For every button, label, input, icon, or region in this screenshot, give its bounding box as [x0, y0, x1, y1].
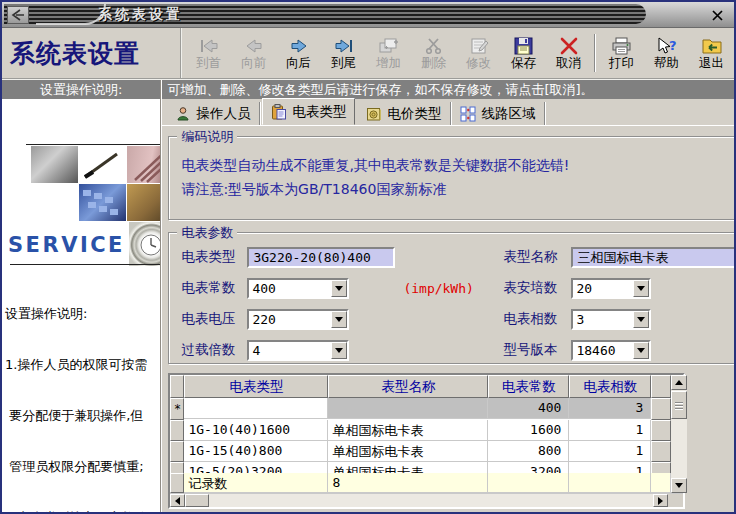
- meter-params-form: 电表类型 3G220-20(80)400 表型名称 三相国标电卡表 电表常数 4…: [169, 233, 736, 361]
- cell-constant[interactable]: 1600: [488, 420, 569, 441]
- modify-icon: [467, 37, 491, 55]
- coding-note-line2: 请注意:型号版本为GB/T18460国家新标准: [181, 177, 736, 201]
- photo-pen: [79, 146, 126, 183]
- cell-meter-type[interactable]: [184, 398, 328, 419]
- add-icon: [377, 37, 401, 55]
- exit-button[interactable]: 退出: [689, 30, 734, 76]
- last-button[interactable]: 到尾: [321, 30, 366, 76]
- row-filler: [651, 398, 671, 420]
- horizontal-scrollbar[interactable]: [170, 494, 667, 507]
- vertical-scroll-track[interactable]: [671, 419, 687, 478]
- scroll-right-button[interactable]: [653, 494, 668, 507]
- next-button[interactable]: 向后: [276, 30, 321, 76]
- phase-dropdown-button[interactable]: [633, 311, 649, 328]
- row-marker: [170, 462, 184, 473]
- add-button[interactable]: 增加: [366, 30, 411, 76]
- help-button[interactable]: ? 帮助: [644, 30, 689, 76]
- scroll-left-button[interactable]: [170, 494, 185, 507]
- chevron-down-icon: [637, 348, 645, 357]
- tab-operators[interactable]: 操作人员: [166, 102, 260, 125]
- cell-model-name[interactable]: 单相国标电卡表: [328, 441, 488, 462]
- photo-hand: [127, 184, 160, 221]
- first-button[interactable]: 到首: [186, 30, 231, 76]
- cell-model-name[interactable]: 单相国标电卡表: [328, 420, 488, 441]
- svg-text:?: ?: [669, 38, 677, 53]
- version-combo[interactable]: 18460: [571, 340, 651, 361]
- photo-sticks: [127, 146, 160, 183]
- cell-meter-type[interactable]: 1G-10(40)1600: [184, 420, 328, 441]
- overload-combo[interactable]: 4: [247, 340, 349, 361]
- row-filler: [651, 462, 671, 473]
- cell-model-name[interactable]: 单相国标电卡表: [328, 462, 488, 473]
- modify-button[interactable]: 修改: [456, 30, 501, 76]
- print-button[interactable]: 打印: [599, 30, 644, 76]
- cell-phase[interactable]: 1: [569, 420, 651, 441]
- table-row[interactable]: 1G-15(40)800 单相国标电卡表 800 1: [170, 441, 671, 462]
- horizontal-scroll-track[interactable]: [209, 494, 652, 507]
- meter-type-grid: 电表类型 表型名称 电表常数 电表相数 *: [168, 373, 685, 509]
- notice-bar: 可增加、删除、修改各类型后请进行保存，如不保存修改，请点击[取消]。: [162, 80, 736, 99]
- vertical-scrollbar[interactable]: [671, 375, 687, 493]
- close-button[interactable]: [708, 7, 726, 23]
- grid-current-row[interactable]: * 400 3: [170, 398, 671, 420]
- cell-phase[interactable]: 1: [569, 441, 651, 462]
- delete-button[interactable]: 删除: [411, 30, 456, 76]
- model-name-field[interactable]: 三相国标电卡表: [571, 247, 736, 268]
- tab-price-types[interactable]: 电价类型: [357, 102, 451, 125]
- voltage-dropdown-button[interactable]: [331, 311, 347, 328]
- footer-empty: [569, 473, 651, 493]
- chevron-down-icon: [637, 286, 645, 295]
- phase-combo[interactable]: 3: [571, 309, 651, 330]
- col-header-constant[interactable]: 电表常数: [488, 375, 569, 398]
- cell-meter-type[interactable]: 1G-15(40)800: [184, 441, 328, 462]
- version-dropdown-button[interactable]: [633, 342, 649, 359]
- voltage-combo[interactable]: 220: [247, 309, 349, 330]
- tab-meter-types[interactable]: 电表类型: [262, 98, 355, 125]
- scrollbar-corner: [668, 494, 684, 507]
- col-header-phase[interactable]: 电表相数: [569, 375, 651, 398]
- grid-footer-row: 记录数 8: [170, 473, 671, 493]
- prev-button[interactable]: 向前: [231, 30, 276, 76]
- table-row[interactable]: 1G-10(40)1600 单相国标电卡表 1600 1: [170, 420, 671, 441]
- cell-constant[interactable]: 3200: [488, 462, 569, 473]
- save-button[interactable]: 保存: [501, 30, 546, 76]
- window-title: 系统表设置: [98, 6, 183, 24]
- table-row[interactable]: 1G-5(20)3200 单相国标电卡表 3200 1: [170, 462, 671, 473]
- cell-constant[interactable]: 400: [488, 398, 569, 419]
- save-label: 保存: [511, 56, 536, 70]
- col-header-meter-type[interactable]: 电表类型: [184, 375, 328, 398]
- cell-phase[interactable]: 1: [569, 462, 651, 473]
- horizontal-scroll-thumb[interactable]: [185, 494, 209, 507]
- next-label: 向后: [286, 56, 311, 70]
- sidebar-panel: SERVICE 设置操作说明: 1.操作人员的权限可按需 要分配便于兼职操作,但…: [2, 99, 160, 512]
- cell-meter-type[interactable]: 1G-5(20)3200: [184, 462, 328, 473]
- scroll-up-button[interactable]: [671, 375, 687, 390]
- cancel-button[interactable]: 取消: [546, 30, 591, 76]
- print-icon: [610, 37, 634, 55]
- close-icon: [712, 10, 723, 21]
- meter-type-field[interactable]: 3G220-20(80)400: [247, 247, 395, 268]
- vertical-scroll-thumb[interactable]: [671, 391, 687, 419]
- meter-constant-dropdown-button[interactable]: [331, 280, 347, 297]
- cell-constant[interactable]: 800: [488, 441, 569, 462]
- service-label: SERVICE: [8, 233, 125, 257]
- grid-header-row: 电表类型 表型名称 电表常数 电表相数: [170, 375, 671, 398]
- scroll-down-button[interactable]: [671, 478, 687, 493]
- sidebar-header: 设置操作说明:: [2, 80, 160, 99]
- tab-line-areas[interactable]: 线路区域: [451, 102, 545, 125]
- col-header-model-name[interactable]: 表型名称: [328, 375, 488, 398]
- meter-constant-unit: (imp/kWh): [399, 281, 503, 296]
- instruction-line: 要分配便于兼职操作,但: [5, 407, 160, 424]
- cell-model-name[interactable]: [328, 398, 488, 419]
- meter-constant-combo[interactable]: 400: [247, 278, 349, 299]
- thumb-grip: [675, 408, 683, 409]
- tab-meter-types-label: 电表类型: [292, 103, 346, 121]
- arrow-up-icon: [675, 376, 683, 385]
- overload-dropdown-button[interactable]: [331, 342, 347, 359]
- meter-type-label: 电表类型: [181, 248, 247, 266]
- cell-phase[interactable]: 3: [569, 398, 651, 419]
- ampere-dropdown-button[interactable]: [633, 280, 649, 297]
- tab-line-areas-label: 线路区域: [481, 105, 535, 123]
- next-icon: [287, 37, 311, 55]
- ampere-combo[interactable]: 20: [571, 278, 651, 299]
